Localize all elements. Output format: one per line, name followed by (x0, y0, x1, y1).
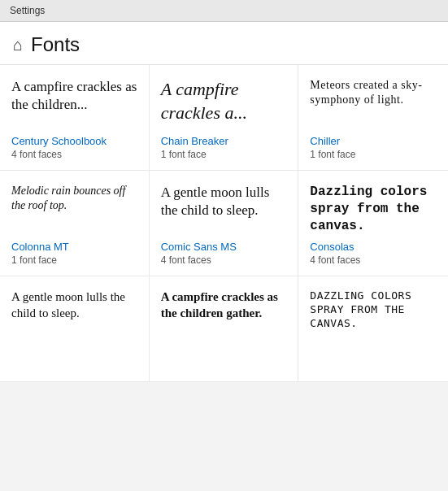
font-faces: 1 font face (11, 254, 137, 266)
font-faces: 1 font face (161, 149, 287, 160)
font-preview-text: A campfire crackles a... (161, 78, 287, 124)
font-cell[interactable]: A gentle moon lulls the child to sleep. (0, 276, 150, 382)
page-title: Fonts (31, 33, 80, 56)
font-name: Consolas (310, 241, 437, 253)
font-preview-text: Melodic rain bounces off the roof top. (11, 184, 137, 213)
font-preview-text: Meteors created a sky-symphony of light. (310, 78, 437, 107)
font-cell[interactable]: A gentle moon lulls the child to sleep.C… (150, 171, 299, 276)
font-preview-text: A gentle moon lulls the child to sleep. (11, 289, 137, 321)
home-icon: ⌂ (13, 36, 23, 54)
font-cell[interactable]: Meteors created a sky-symphony of light.… (298, 65, 448, 171)
font-faces: 4 font faces (161, 254, 287, 266)
font-faces: 1 font face (310, 149, 437, 160)
font-name: Chain Breaker (161, 135, 287, 147)
font-faces: 4 font faces (310, 254, 437, 266)
fonts-grid: A campfire crackles as the children...Ce… (0, 65, 448, 382)
font-name: Colonna MT (11, 241, 137, 253)
header: ⌂ Fonts (0, 22, 448, 65)
font-cell[interactable]: Melodic rain bounces off the roof top.Co… (0, 171, 150, 276)
font-cell[interactable]: Dazzling colors spray from the canvas. (298, 276, 448, 382)
font-name: Century Schoolbook (11, 135, 137, 147)
font-preview-text: A campfire crackles as the children gath… (161, 289, 287, 321)
title-bar-label: Settings (10, 5, 45, 16)
title-bar: Settings (0, 0, 448, 22)
font-preview-text: A campfire crackles as the children... (11, 78, 137, 114)
font-name: Chiller (310, 135, 437, 147)
font-cell[interactable]: Dazzling colors spray from the canvas.Co… (298, 171, 448, 276)
font-cell[interactable]: A campfire crackles as the children...Ce… (0, 65, 150, 171)
font-cell[interactable]: A campfire crackles a...Chain Breaker1 f… (150, 65, 299, 171)
font-name: Comic Sans MS (161, 241, 287, 253)
font-cell[interactable]: A campfire crackles as the children gath… (150, 276, 299, 382)
font-preview-text: A gentle moon lulls the child to sleep. (161, 184, 287, 219)
font-preview-text: Dazzling colors spray from the canvas. (310, 184, 437, 234)
font-preview-text: Dazzling colors spray from the canvas. (310, 289, 437, 331)
font-faces: 4 font faces (11, 149, 137, 160)
